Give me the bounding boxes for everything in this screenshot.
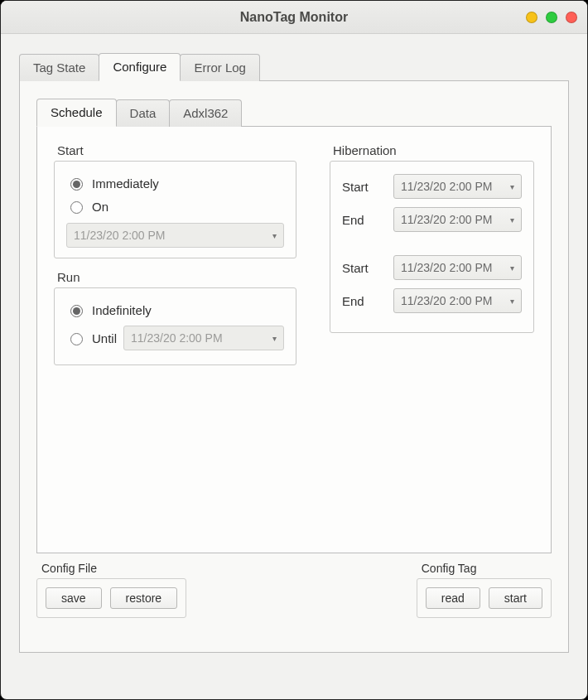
run-group-box: Indefinitely Until 11/23/20 2:00 PM ▾ bbox=[54, 287, 296, 365]
hib1-start-datetime-value: 11/23/20 2:00 PM bbox=[401, 180, 493, 193]
hib1-end-label: End bbox=[342, 213, 383, 227]
hibernation-group-box: Start 11/23/20 2:00 PM ▾ End 11/23/20 2:… bbox=[330, 161, 534, 333]
hib1-start-datetime[interactable]: 11/23/20 2:00 PM ▾ bbox=[393, 174, 522, 199]
tab-configure[interactable]: Configure bbox=[99, 53, 181, 81]
client-area: Tag State Configure Error Log Schedule D… bbox=[1, 34, 587, 668]
hib2-start-label: Start bbox=[342, 261, 383, 275]
configure-panel: Schedule Data Adxl362 Start Immediately bbox=[19, 81, 569, 653]
hib2-end-datetime[interactable]: 11/23/20 2:00 PM ▾ bbox=[393, 288, 522, 313]
hib1-end-datetime[interactable]: 11/23/20 2:00 PM ▾ bbox=[393, 207, 522, 232]
minimize-icon[interactable] bbox=[526, 12, 537, 23]
window-controls bbox=[526, 12, 577, 23]
chevron-down-icon: ▾ bbox=[272, 334, 277, 343]
run-indefinitely-radio[interactable] bbox=[70, 305, 83, 317]
config-file-box: save restore bbox=[36, 578, 186, 618]
config-tag-box: read start bbox=[417, 578, 552, 618]
run-until-radio[interactable] bbox=[70, 333, 83, 345]
run-until-label: Until bbox=[92, 331, 117, 345]
hib2-end-datetime-value: 11/23/20 2:00 PM bbox=[401, 294, 493, 307]
start-on-label: On bbox=[92, 200, 108, 214]
tab-tag-state[interactable]: Tag State bbox=[19, 54, 99, 81]
start-button[interactable]: start bbox=[489, 587, 542, 609]
run-until-datetime-value: 11/23/20 2:00 PM bbox=[131, 331, 223, 345]
chevron-down-icon: ▾ bbox=[510, 182, 514, 191]
save-button[interactable]: save bbox=[46, 587, 102, 609]
config-tag-group: Config Tag read start bbox=[417, 562, 552, 618]
inner-tabs: Schedule Data Adxl362 bbox=[36, 98, 552, 127]
bottom-button-row: Config File save restore Config Tag read… bbox=[36, 562, 552, 618]
hibernation-group-label: Hibernation bbox=[330, 143, 534, 157]
hib2-start-datetime[interactable]: 11/23/20 2:00 PM ▾ bbox=[393, 255, 522, 280]
hib2-start-datetime-value: 11/23/20 2:00 PM bbox=[401, 261, 493, 274]
run-group-label: Run bbox=[54, 270, 296, 284]
main-tabs: Tag State Configure Error Log bbox=[19, 52, 569, 81]
start-immediately-radio[interactable] bbox=[70, 178, 83, 191]
tab-adxl362[interactable]: Adxl362 bbox=[169, 99, 242, 127]
hib1-end-datetime-value: 11/23/20 2:00 PM bbox=[401, 213, 493, 226]
start-group-label: Start bbox=[54, 143, 296, 157]
chevron-down-icon: ▾ bbox=[510, 215, 514, 224]
config-tag-label: Config Tag bbox=[417, 562, 552, 575]
window-title: NanoTag Monitor bbox=[240, 10, 348, 25]
read-button[interactable]: read bbox=[426, 587, 480, 609]
start-on-radio[interactable] bbox=[70, 201, 83, 214]
start-on-datetime-value: 11/23/20 2:00 PM bbox=[74, 229, 166, 242]
chevron-down-icon: ▾ bbox=[272, 231, 277, 240]
tab-error-log[interactable]: Error Log bbox=[180, 54, 260, 81]
chevron-down-icon: ▾ bbox=[510, 263, 514, 273]
tab-data[interactable]: Data bbox=[116, 99, 171, 127]
config-file-group: Config File save restore bbox=[36, 562, 186, 618]
close-icon[interactable] bbox=[566, 12, 577, 23]
maximize-icon[interactable] bbox=[546, 12, 557, 23]
hib2-end-label: End bbox=[342, 294, 383, 308]
start-immediately-label: Immediately bbox=[92, 176, 159, 191]
restore-button[interactable]: restore bbox=[110, 587, 178, 609]
start-group-box: Immediately On 11/23/20 2:00 PM ▾ bbox=[54, 161, 296, 258]
run-indefinitely-label: Indefinitely bbox=[92, 303, 152, 317]
app-window: NanoTag Monitor Tag State Configure Erro… bbox=[0, 0, 588, 700]
run-until-datetime[interactable]: 11/23/20 2:00 PM ▾ bbox=[123, 326, 284, 350]
hib1-start-label: Start bbox=[342, 180, 383, 194]
tab-schedule[interactable]: Schedule bbox=[36, 99, 117, 127]
config-file-label: Config File bbox=[36, 562, 186, 575]
schedule-panel: Start Immediately On 11/23/20 bbox=[36, 127, 552, 553]
start-on-datetime[interactable]: 11/23/20 2:00 PM ▾ bbox=[66, 223, 284, 248]
chevron-down-icon: ▾ bbox=[510, 297, 514, 306]
titlebar: NanoTag Monitor bbox=[1, 1, 587, 34]
